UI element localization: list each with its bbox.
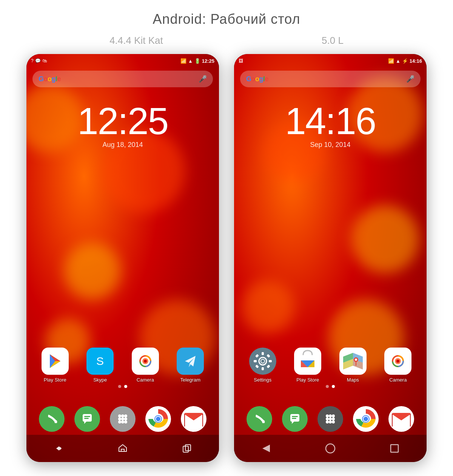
- svg-point-8: [144, 360, 147, 363]
- app-label-telegram-left: Telegram: [180, 377, 200, 383]
- notification-icon: 💬: [35, 58, 41, 63]
- svg-rect-83: [391, 445, 398, 452]
- nav-home-right[interactable]: [325, 443, 336, 454]
- skype-icon-left[interactable]: S: [86, 348, 114, 375]
- dock-right: [234, 406, 427, 432]
- dock-gmail-left[interactable]: [181, 406, 206, 432]
- dock-hangouts-left[interactable]: [74, 406, 100, 432]
- svg-point-65: [326, 414, 329, 417]
- svg-point-21: [118, 420, 121, 423]
- mic-icon-right[interactable]: 🎤: [406, 75, 414, 83]
- svg-rect-39: [269, 360, 272, 362]
- settings-icon-right[interactable]: [249, 348, 276, 375]
- apps-row-left: Play Store S Skype: [26, 348, 219, 383]
- nav-back-right[interactable]: [261, 443, 271, 454]
- search-bar-right[interactable]: Google 🎤: [240, 71, 421, 87]
- svg-point-72: [329, 420, 332, 423]
- clock-status-left: 12:25: [202, 58, 214, 64]
- app-telegram-left[interactable]: Telegram: [171, 348, 209, 383]
- clock-time-right: 14:16: [234, 99, 427, 143]
- phones-container: ? 💬 🛍 📶 ▲ 🔋 12:25 Google 🎤 12:25 Aug 18,…: [0, 54, 453, 462]
- app-label-play-store-left: Play Store: [44, 377, 66, 383]
- version-label-right: 5.0 L: [322, 35, 344, 46]
- status-left-right-phone: 🖼: [239, 58, 243, 63]
- clock-date-left: Aug 18, 2014: [26, 141, 219, 149]
- play-store-icon-right[interactable]: [294, 348, 321, 375]
- dock-phone-left[interactable]: [39, 406, 65, 432]
- svg-point-77: [364, 417, 368, 421]
- svg-rect-37: [262, 367, 264, 370]
- play-store-icon-left[interactable]: [42, 348, 69, 375]
- search-bar-left[interactable]: Google 🎤: [32, 71, 213, 87]
- dock-gmail-right[interactable]: [388, 406, 414, 432]
- app-label-play-store-right: Play Store: [296, 377, 319, 383]
- dock-left: [26, 406, 219, 432]
- maps-icon-right[interactable]: [339, 348, 367, 375]
- svg-rect-63: [292, 416, 298, 417]
- svg-marker-12: [84, 422, 86, 424]
- nav-recents-left[interactable]: [182, 443, 192, 454]
- app-play-store-right[interactable]: Play Store: [289, 348, 327, 383]
- svg-point-66: [329, 414, 332, 417]
- svg-rect-36: [262, 352, 264, 355]
- svg-rect-38: [254, 360, 257, 362]
- svg-point-15: [118, 414, 121, 417]
- dock-phone-right[interactable]: [247, 406, 272, 432]
- clock-time-left: 12:25: [26, 99, 219, 143]
- status-bar-left: ? 💬 🛍 📶 ▲ 🔋 12:25: [26, 54, 219, 68]
- app-play-store-left[interactable]: Play Store: [36, 348, 74, 383]
- dock-launcher-left[interactable]: [110, 406, 136, 432]
- svg-point-73: [332, 420, 335, 423]
- dot-2-left: [124, 385, 127, 388]
- wifi-icon: 📶: [180, 58, 186, 64]
- version-label-left: 4.4.4 Kit Kat: [109, 35, 163, 46]
- app-label-maps-right: Maps: [347, 377, 359, 383]
- svg-point-71: [326, 420, 329, 423]
- app-maps-right[interactable]: Maps: [334, 348, 372, 383]
- svg-point-56: [355, 359, 357, 361]
- app-camera-right[interactable]: Camera: [379, 348, 417, 383]
- battery-icon: 🔋: [194, 58, 200, 64]
- svg-point-22: [121, 420, 124, 423]
- camera-icon-right[interactable]: [384, 348, 411, 375]
- dock-chrome-right[interactable]: [353, 406, 379, 432]
- nav-home-left[interactable]: [117, 443, 128, 454]
- dot-2-right: [332, 385, 335, 388]
- svg-rect-64: [292, 418, 296, 419]
- svg-point-60: [396, 360, 399, 363]
- signal-strength-icon: ▲: [188, 58, 193, 64]
- clock-status-right: 14:16: [410, 58, 422, 64]
- svg-point-17: [124, 414, 127, 417]
- dock-launcher-right[interactable]: [317, 406, 343, 432]
- app-camera-left[interactable]: Camera: [126, 348, 164, 383]
- phone-lollipop: 🖼 📶 ▲ ⚡ 14:16 Google 🎤 14:16 Sep 10, 201…: [234, 54, 427, 462]
- svg-marker-81: [262, 445, 270, 452]
- camera-icon-left[interactable]: [132, 348, 159, 375]
- google-logo-right: Google: [246, 75, 268, 83]
- dots-left: [26, 385, 219, 388]
- svg-rect-14: [84, 418, 89, 419]
- dock-chrome-left[interactable]: [145, 406, 171, 432]
- app-label-camera-right: Camera: [389, 377, 407, 383]
- page-title: Android: Рабочий стол 4.4.4 Kit Kat 5.0 …: [0, 0, 453, 54]
- nav-recents-right[interactable]: [389, 443, 400, 454]
- app-skype-left[interactable]: S Skype: [81, 348, 119, 383]
- mic-icon-left[interactable]: 🎤: [199, 75, 207, 83]
- nav-bar-left: [26, 435, 219, 462]
- clock-date-right: Sep 10, 2014: [234, 141, 427, 149]
- svg-rect-13: [84, 416, 90, 417]
- svg-point-70: [332, 417, 335, 420]
- nav-back-left[interactable]: [53, 443, 64, 454]
- svg-text:S: S: [96, 355, 104, 367]
- status-left-icons: ? 💬 🛍: [31, 58, 47, 63]
- dot-1-right: [326, 385, 329, 388]
- svg-point-20: [124, 417, 127, 420]
- photo-icon: 🖼: [239, 58, 243, 63]
- dock-hangouts-right[interactable]: [282, 406, 308, 432]
- status-bar-right: 🖼 📶 ▲ ⚡ 14:16: [234, 54, 427, 68]
- svg-point-69: [329, 417, 332, 420]
- telegram-icon-left[interactable]: [177, 348, 204, 375]
- app-settings-right[interactable]: Settings: [244, 348, 282, 383]
- app-label-skype-left: Skype: [93, 377, 107, 383]
- dots-right: [234, 385, 427, 388]
